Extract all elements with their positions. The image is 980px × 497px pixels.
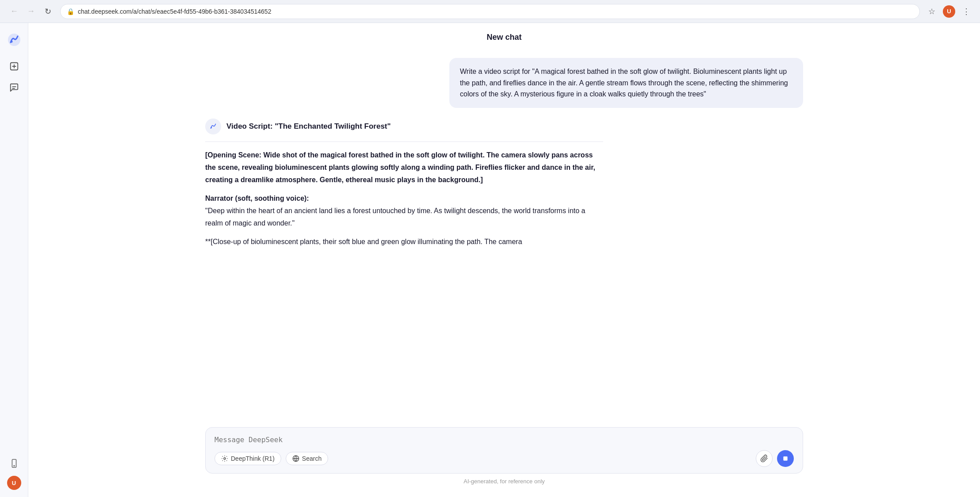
ai-avatar: [205, 119, 221, 134]
input-box: DeepThink (R1) Search: [205, 427, 803, 474]
input-toolbar: DeepThink (R1) Search: [214, 450, 794, 467]
deepthink-label: DeepThink (R1): [231, 455, 275, 462]
user-message-text: Write a video script for "A magical fore…: [460, 68, 788, 98]
browser-chrome: ← → ↻ 🔒 chat.deepseek.com/a/chat/s/eaec5…: [0, 0, 980, 23]
browser-menu-icon[interactable]: ⋮: [960, 5, 973, 18]
search-button[interactable]: Search: [286, 452, 328, 465]
chat-area[interactable]: Write a video script for "A magical fore…: [28, 49, 980, 420]
svg-rect-8: [783, 456, 787, 460]
svg-point-1: [10, 41, 12, 43]
attach-button[interactable]: [756, 450, 773, 467]
main-content: New chat Write a video script for "A mag…: [28, 23, 980, 497]
ai-divider: [205, 141, 603, 142]
svg-point-6: [224, 458, 226, 459]
app-layout: U New chat Write a video script for "A m…: [0, 23, 980, 497]
chat-title: New chat: [486, 33, 521, 42]
sidebar-new-chat-button[interactable]: [5, 57, 23, 75]
back-button[interactable]: ←: [7, 4, 21, 19]
ai-body: [Opening Scene: Wide shot of the magical…: [205, 149, 603, 254]
sidebar-user-avatar[interactable]: U: [7, 476, 21, 490]
ai-message: Video Script: "The Enchanted Twilight Fo…: [205, 119, 603, 254]
footer-note: AI-generated, for reference only: [205, 478, 803, 485]
svg-point-0: [8, 34, 20, 46]
ai-title: Video Script: "The Enchanted Twilight Fo…: [226, 122, 391, 131]
bookmark-icon[interactable]: ☆: [925, 5, 938, 18]
input-area: DeepThink (R1) Search: [28, 420, 980, 497]
deepthink-button[interactable]: DeepThink (R1): [214, 452, 281, 465]
nav-buttons: ← → ↻: [7, 4, 55, 19]
search-label: Search: [302, 455, 322, 462]
url-text: chat.deepseek.com/a/chat/s/eaec5e4f-fd55…: [78, 8, 913, 15]
ai-closeup-text: **[Close-up of bioluminescent plants, th…: [205, 238, 522, 245]
chat-header: New chat: [28, 23, 980, 49]
ai-message-header: Video Script: "The Enchanted Twilight Fo…: [205, 119, 603, 134]
ai-narrator-text: "Deep within the heart of an ancient lan…: [205, 207, 585, 227]
sidebar: U: [0, 23, 28, 497]
deepthink-icon: [221, 455, 228, 462]
address-bar[interactable]: 🔒 chat.deepseek.com/a/chat/s/eaec5e4f-fd…: [60, 4, 920, 19]
security-icon: 🔒: [67, 8, 74, 15]
message-input[interactable]: [214, 436, 794, 444]
ai-narrator-label: Narrator (soft, soothing voice):: [205, 195, 309, 202]
svg-point-4: [14, 466, 15, 466]
phone-icon[interactable]: [5, 455, 23, 472]
reload-button[interactable]: ↻: [41, 4, 55, 19]
sidebar-bottom: U: [5, 455, 23, 490]
browser-actions: ☆ U ⋮: [925, 5, 973, 18]
globe-icon: [292, 455, 299, 462]
user-message: Write a video script for "A magical fore…: [449, 58, 803, 108]
stop-icon: [782, 455, 789, 462]
browser-user-avatar[interactable]: U: [943, 5, 955, 18]
ai-opening-scene: [Opening Scene: Wide shot of the magical…: [205, 151, 595, 184]
app-logo[interactable]: [4, 30, 24, 50]
sidebar-chat-history-button[interactable]: [5, 79, 23, 96]
paperclip-icon: [760, 455, 768, 463]
forward-button[interactable]: →: [24, 4, 38, 19]
send-button[interactable]: [777, 450, 794, 467]
svg-point-5: [211, 127, 212, 128]
